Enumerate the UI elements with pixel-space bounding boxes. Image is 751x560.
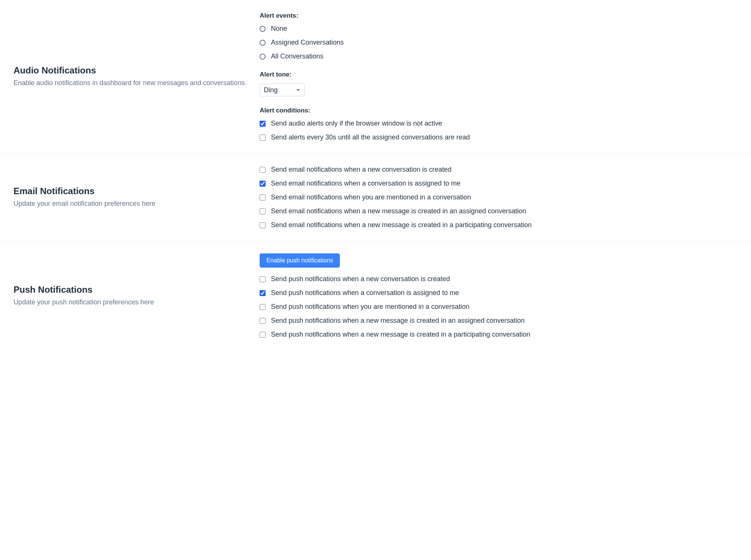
alert-event-all-row[interactable]: All Conversations (260, 52, 737, 60)
email-new-conv-label: Send email notifications when a new conv… (271, 166, 451, 174)
alert-event-assigned-radio[interactable] (260, 40, 266, 46)
push-section-header: Push Notifications Update your push noti… (14, 253, 260, 338)
email-section-title: Email Notifications (14, 186, 251, 196)
email-section-header: Email Notifications Update your email no… (14, 166, 260, 229)
push-new-conv-checkbox[interactable] (260, 276, 266, 282)
audio-section-header: Audio Notifications Enable audio notific… (14, 12, 260, 141)
push-msg-participating-checkbox[interactable] (260, 332, 266, 338)
email-mentioned-label: Send email notifications when you are me… (271, 193, 471, 201)
push-new-conv-row[interactable]: Send push notifications when a new conve… (260, 275, 737, 283)
notification-settings-page: Audio Notifications Enable audio notific… (0, 0, 751, 350)
email-msg-participating-row[interactable]: Send email notifications when a new mess… (260, 221, 737, 229)
email-notifications-section: Email Notifications Update your email no… (0, 154, 751, 241)
audio-section-title: Audio Notifications (14, 65, 251, 76)
alert-event-all-label: All Conversations (271, 52, 323, 60)
email-new-conv-row[interactable]: Send email notifications when a new conv… (260, 166, 737, 174)
push-mentioned-checkbox[interactable] (260, 304, 266, 310)
audio-section-body: Alert events: None Assigned Conversation… (260, 12, 737, 141)
email-assigned-row[interactable]: Send email notifications when a conversa… (260, 180, 737, 187)
push-section-title: Push Notifications (14, 284, 251, 295)
email-msg-assigned-row[interactable]: Send email notifications when a new mess… (260, 207, 737, 215)
condition-repeat-label: Send alerts every 30s until all the assi… (271, 133, 470, 141)
push-msg-assigned-label: Send push notifications when a new messa… (271, 317, 524, 325)
email-msg-participating-label: Send email notifications when a new mess… (271, 221, 532, 229)
alert-event-none-radio[interactable] (260, 26, 266, 32)
push-section-desc: Update your push notification preference… (14, 297, 251, 308)
push-mentioned-row[interactable]: Send push notifications when you are men… (260, 303, 737, 311)
push-assigned-checkbox[interactable] (260, 290, 266, 296)
email-section-body: Send email notifications when a new conv… (260, 166, 737, 229)
email-new-conv-checkbox[interactable] (260, 167, 266, 173)
push-mentioned-label: Send push notifications when you are men… (271, 303, 469, 311)
audio-notifications-section: Audio Notifications Enable audio notific… (0, 0, 751, 154)
alert-tone-group: Alert tone: Ding (260, 71, 737, 96)
condition-inactive-checkbox[interactable] (260, 121, 266, 127)
email-msg-assigned-label: Send email notifications when a new mess… (271, 207, 526, 215)
alert-events-group: Alert events: None Assigned Conversation… (260, 12, 737, 60)
condition-inactive-row[interactable]: Send audio alerts only if the browser wi… (260, 120, 737, 127)
alert-event-assigned-row[interactable]: Assigned Conversations (260, 39, 737, 46)
push-assigned-label: Send push notifications when a conversat… (271, 289, 459, 297)
alert-events-label: Alert events: (260, 12, 737, 19)
push-msg-assigned-row[interactable]: Send push notifications when a new messa… (260, 317, 737, 325)
email-assigned-label: Send email notifications when a conversa… (271, 180, 460, 187)
email-assigned-checkbox[interactable] (260, 181, 266, 187)
alert-conditions-group: Alert conditions: Send audio alerts only… (260, 107, 737, 141)
condition-repeat-checkbox[interactable] (260, 135, 266, 141)
push-msg-assigned-checkbox[interactable] (260, 318, 266, 324)
email-msg-participating-checkbox[interactable] (260, 222, 266, 228)
alert-event-none-row[interactable]: None (260, 25, 737, 33)
alert-conditions-label: Alert conditions: (260, 107, 737, 114)
email-mentioned-row[interactable]: Send email notifications when you are me… (260, 193, 737, 201)
alert-event-none-label: None (271, 25, 287, 33)
alert-event-all-radio[interactable] (260, 54, 266, 60)
push-msg-participating-label: Send push notifications when a new messa… (271, 331, 530, 338)
push-msg-participating-row[interactable]: Send push notifications when a new messa… (260, 331, 737, 338)
condition-inactive-label: Send audio alerts only if the browser wi… (271, 120, 442, 127)
email-section-desc: Update your email notification preferenc… (14, 199, 251, 209)
push-assigned-row[interactable]: Send push notifications when a conversat… (260, 289, 737, 297)
push-section-body: Enable push notifications Send push noti… (260, 253, 737, 338)
condition-repeat-row[interactable]: Send alerts every 30s until all the assi… (260, 133, 737, 141)
alert-event-assigned-label: Assigned Conversations (271, 39, 344, 46)
alert-tone-select[interactable]: Ding (260, 84, 305, 96)
push-new-conv-label: Send push notifications when a new conve… (271, 275, 450, 283)
email-msg-assigned-checkbox[interactable] (260, 208, 266, 214)
push-notifications-section: Push Notifications Update your push noti… (0, 241, 751, 350)
email-mentioned-checkbox[interactable] (260, 195, 266, 201)
audio-section-desc: Enable audio notifications in dashboard … (14, 78, 251, 88)
alert-tone-label: Alert tone: (260, 71, 737, 78)
enable-push-button[interactable]: Enable push notifications (260, 253, 340, 268)
